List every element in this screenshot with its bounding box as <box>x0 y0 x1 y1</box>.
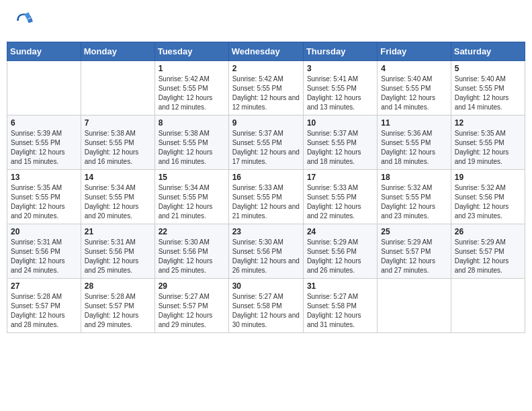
day-number: 19 <box>455 173 521 182</box>
day-cell: 3Sunrise: 5:41 AM Sunset: 5:55 PM Daylig… <box>303 61 377 116</box>
day-number: 3 <box>307 64 373 73</box>
day-info: Sunrise: 5:30 AM Sunset: 5:56 PM Dayligh… <box>232 238 300 275</box>
day-number: 12 <box>455 118 521 128</box>
day-cell: 26Sunrise: 5:29 AM Sunset: 5:57 PM Dayli… <box>451 224 525 279</box>
col-header-thursday: Thursday <box>303 42 377 61</box>
day-number: 18 <box>381 173 447 182</box>
day-info: Sunrise: 5:37 AM Sunset: 5:55 PM Dayligh… <box>232 129 300 167</box>
day-number: 22 <box>159 227 225 236</box>
day-number: 4 <box>381 64 447 73</box>
col-header-tuesday: Tuesday <box>154 42 228 61</box>
day-cell: 2Sunrise: 5:42 AM Sunset: 5:55 PM Daylig… <box>228 61 303 116</box>
day-number: 15 <box>159 173 225 182</box>
day-info: Sunrise: 5:33 AM Sunset: 5:55 PM Dayligh… <box>232 183 300 221</box>
day-cell: 28Sunrise: 5:28 AM Sunset: 5:57 PM Dayli… <box>81 279 154 333</box>
day-info: Sunrise: 5:29 AM Sunset: 5:57 PM Dayligh… <box>455 238 521 275</box>
day-cell: 27Sunrise: 5:28 AM Sunset: 5:57 PM Dayli… <box>7 279 81 333</box>
day-cell: 22Sunrise: 5:30 AM Sunset: 5:56 PM Dayli… <box>154 224 228 279</box>
day-cell: 8Sunrise: 5:38 AM Sunset: 5:55 PM Daylig… <box>154 116 228 170</box>
day-cell: 16Sunrise: 5:33 AM Sunset: 5:55 PM Dayli… <box>228 170 303 224</box>
day-number: 16 <box>232 173 300 182</box>
week-row-4: 20Sunrise: 5:31 AM Sunset: 5:56 PM Dayli… <box>7 224 525 279</box>
day-info: Sunrise: 5:29 AM Sunset: 5:57 PM Dayligh… <box>381 238 447 275</box>
day-cell: 30Sunrise: 5:27 AM Sunset: 5:58 PM Dayli… <box>228 279 303 333</box>
day-cell <box>7 61 81 116</box>
day-info: Sunrise: 5:41 AM Sunset: 5:55 PM Dayligh… <box>307 75 373 112</box>
col-header-sunday: Sunday <box>7 42 81 61</box>
day-info: Sunrise: 5:38 AM Sunset: 5:55 PM Dayligh… <box>85 129 151 167</box>
day-cell: 5Sunrise: 5:40 AM Sunset: 5:55 PM Daylig… <box>451 61 525 116</box>
day-number: 27 <box>11 281 77 291</box>
day-number: 9 <box>232 118 300 128</box>
day-number: 25 <box>381 227 447 236</box>
day-number: 28 <box>85 281 151 291</box>
day-cell: 1Sunrise: 5:42 AM Sunset: 5:55 PM Daylig… <box>154 61 228 116</box>
day-cell: 18Sunrise: 5:32 AM Sunset: 5:55 PM Dayli… <box>378 170 451 224</box>
day-number: 11 <box>381 118 447 128</box>
day-cell: 24Sunrise: 5:29 AM Sunset: 5:56 PM Dayli… <box>303 224 377 279</box>
logo <box>13 10 38 32</box>
day-cell <box>378 279 451 333</box>
day-info: Sunrise: 5:35 AM Sunset: 5:55 PM Dayligh… <box>455 129 521 167</box>
week-row-3: 13Sunrise: 5:35 AM Sunset: 5:55 PM Dayli… <box>7 170 525 224</box>
day-info: Sunrise: 5:28 AM Sunset: 5:57 PM Dayligh… <box>11 292 77 330</box>
day-number: 14 <box>85 173 151 182</box>
day-info: Sunrise: 5:30 AM Sunset: 5:56 PM Dayligh… <box>159 238 225 275</box>
col-header-saturday: Saturday <box>451 42 525 61</box>
day-cell: 12Sunrise: 5:35 AM Sunset: 5:55 PM Dayli… <box>451 116 525 170</box>
day-cell: 31Sunrise: 5:27 AM Sunset: 5:58 PM Dayli… <box>303 279 377 333</box>
calendar-header-row: SundayMondayTuesdayWednesdayThursdayFrid… <box>7 42 525 61</box>
day-number: 31 <box>307 281 373 291</box>
day-cell: 4Sunrise: 5:40 AM Sunset: 5:55 PM Daylig… <box>378 61 451 116</box>
day-number: 23 <box>232 227 300 236</box>
day-info: Sunrise: 5:28 AM Sunset: 5:57 PM Dayligh… <box>85 292 151 330</box>
calendar-table: SundayMondayTuesdayWednesdayThursdayFrid… <box>7 42 525 333</box>
day-cell: 10Sunrise: 5:37 AM Sunset: 5:55 PM Dayli… <box>303 116 377 170</box>
col-header-monday: Monday <box>81 42 154 61</box>
week-row-2: 6Sunrise: 5:39 AM Sunset: 5:55 PM Daylig… <box>7 116 525 170</box>
day-cell: 17Sunrise: 5:33 AM Sunset: 5:55 PM Dayli… <box>303 170 377 224</box>
day-cell: 29Sunrise: 5:27 AM Sunset: 5:57 PM Dayli… <box>154 279 228 333</box>
day-number: 8 <box>159 118 225 128</box>
day-number: 5 <box>455 64 521 73</box>
day-info: Sunrise: 5:36 AM Sunset: 5:55 PM Dayligh… <box>381 129 447 167</box>
day-info: Sunrise: 5:29 AM Sunset: 5:56 PM Dayligh… <box>307 238 373 275</box>
day-cell: 11Sunrise: 5:36 AM Sunset: 5:55 PM Dayli… <box>378 116 451 170</box>
day-info: Sunrise: 5:32 AM Sunset: 5:56 PM Dayligh… <box>455 183 521 221</box>
day-info: Sunrise: 5:32 AM Sunset: 5:55 PM Dayligh… <box>381 183 447 221</box>
day-cell: 6Sunrise: 5:39 AM Sunset: 5:55 PM Daylig… <box>7 116 81 170</box>
day-info: Sunrise: 5:42 AM Sunset: 5:55 PM Dayligh… <box>159 75 225 112</box>
day-cell: 7Sunrise: 5:38 AM Sunset: 5:55 PM Daylig… <box>81 116 154 170</box>
day-info: Sunrise: 5:31 AM Sunset: 5:56 PM Dayligh… <box>11 238 77 275</box>
day-number: 21 <box>85 227 151 236</box>
day-info: Sunrise: 5:27 AM Sunset: 5:58 PM Dayligh… <box>232 292 300 330</box>
day-number: 2 <box>232 64 300 73</box>
day-cell: 23Sunrise: 5:30 AM Sunset: 5:56 PM Dayli… <box>228 224 303 279</box>
day-cell <box>81 61 154 116</box>
day-number: 30 <box>232 281 300 291</box>
day-info: Sunrise: 5:35 AM Sunset: 5:55 PM Dayligh… <box>11 183 77 221</box>
day-number: 20 <box>11 227 77 236</box>
day-cell: 21Sunrise: 5:31 AM Sunset: 5:56 PM Dayli… <box>81 224 154 279</box>
day-number: 1 <box>159 64 225 73</box>
logo-icon <box>13 10 35 32</box>
day-cell: 20Sunrise: 5:31 AM Sunset: 5:56 PM Dayli… <box>7 224 81 279</box>
col-header-wednesday: Wednesday <box>228 42 303 61</box>
day-number: 13 <box>11 173 77 182</box>
day-info: Sunrise: 5:27 AM Sunset: 5:57 PM Dayligh… <box>159 292 225 330</box>
day-info: Sunrise: 5:37 AM Sunset: 5:55 PM Dayligh… <box>307 129 373 167</box>
day-cell: 25Sunrise: 5:29 AM Sunset: 5:57 PM Dayli… <box>378 224 451 279</box>
day-number: 6 <box>11 118 77 128</box>
day-info: Sunrise: 5:40 AM Sunset: 5:55 PM Dayligh… <box>455 75 521 112</box>
day-cell: 9Sunrise: 5:37 AM Sunset: 5:55 PM Daylig… <box>228 116 303 170</box>
day-number: 7 <box>85 118 151 128</box>
day-number: 29 <box>159 281 225 291</box>
day-cell: 19Sunrise: 5:32 AM Sunset: 5:56 PM Dayli… <box>451 170 525 224</box>
day-info: Sunrise: 5:34 AM Sunset: 5:55 PM Dayligh… <box>159 183 225 221</box>
week-row-5: 27Sunrise: 5:28 AM Sunset: 5:57 PM Dayli… <box>7 279 525 333</box>
day-info: Sunrise: 5:31 AM Sunset: 5:56 PM Dayligh… <box>85 238 151 275</box>
col-header-friday: Friday <box>378 42 451 61</box>
day-info: Sunrise: 5:27 AM Sunset: 5:58 PM Dayligh… <box>307 292 373 330</box>
day-info: Sunrise: 5:38 AM Sunset: 5:55 PM Dayligh… <box>159 129 225 167</box>
day-info: Sunrise: 5:39 AM Sunset: 5:55 PM Dayligh… <box>11 129 77 167</box>
